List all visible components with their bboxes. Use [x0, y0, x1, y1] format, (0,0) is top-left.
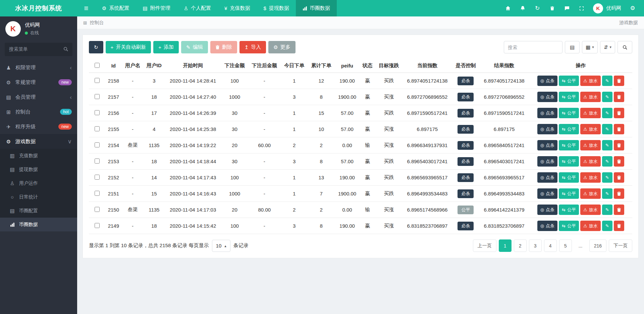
settings-gears-icon[interactable]: ⚙ — [625, 0, 640, 16]
refresh-button[interactable]: ↻ — [89, 41, 103, 53]
row-checkbox[interactable] — [95, 175, 100, 180]
row-checkbox[interactable] — [95, 191, 100, 196]
row-checkbox[interactable] — [95, 110, 100, 115]
edit-row-button[interactable]: ✎ — [602, 221, 612, 231]
edit-row-button[interactable]: ✎ — [602, 140, 612, 150]
water-release-button[interactable]: ⚠放水 — [580, 140, 601, 150]
delete-row-button[interactable] — [614, 124, 624, 134]
select-all-checkbox[interactable] — [95, 63, 100, 68]
page-4-button[interactable]: 4 — [544, 239, 557, 252]
water-release-button[interactable]: ⚠放水 — [580, 172, 601, 183]
row-checkbox[interactable] — [95, 207, 100, 212]
sidebar-item-4[interactable]: ✈程序升级new — [0, 119, 77, 134]
column-header[interactable]: 开始时间 — [165, 59, 221, 73]
kill-button[interactable]: ◎点杀 — [537, 124, 557, 134]
search-button[interactable] — [618, 41, 632, 53]
column-header[interactable]: 用户ID — [143, 59, 165, 73]
column-header[interactable]: 是否控制 — [452, 59, 479, 73]
sidebar-search-input[interactable]: 搜索菜单 — [5, 43, 72, 56]
refresh-icon[interactable]: ↻ — [530, 0, 545, 16]
submenu-item-5[interactable]: 币圈数据 — [0, 218, 77, 231]
edit-row-button[interactable]: ✎ — [602, 76, 612, 86]
edit-row-button[interactable]: ✎ — [602, 205, 612, 215]
bell-icon[interactable] — [515, 0, 530, 16]
edit-row-button[interactable]: ✎ — [602, 156, 612, 167]
water-release-button[interactable]: ⚠放水 — [580, 205, 601, 215]
edit-row-button[interactable]: ✎ — [602, 172, 612, 183]
sidebar-item-2[interactable]: ▤会员管理‹ — [0, 90, 77, 104]
fair-button[interactable]: ⇆公平 — [559, 76, 579, 86]
page-next-button[interactable]: 下一页 — [609, 239, 632, 252]
column-header[interactable]: peifu — [335, 59, 360, 73]
topnav-item-2[interactable]: ♙个人配置 — [177, 0, 218, 16]
fair-button[interactable]: ⇆公平 — [559, 221, 579, 231]
page-5-button[interactable]: 5 — [559, 239, 572, 252]
submenu-item-3[interactable]: ○日常统计 — [0, 190, 77, 204]
fair-button[interactable]: ⇆公平 — [559, 108, 579, 118]
topnav-item-0[interactable]: ⚙系统配置 — [95, 0, 136, 16]
toggle-view-button[interactable]: ▤ — [565, 41, 580, 53]
row-checkbox[interactable] — [95, 78, 100, 83]
submenu-item-1[interactable]: ▤提现数据 — [0, 163, 77, 176]
page-3-button[interactable]: 3 — [529, 239, 542, 252]
column-header[interactable]: 今日下单 — [281, 59, 308, 73]
topnav-item-1[interactable]: ▤附件管理 — [136, 0, 177, 16]
row-checkbox[interactable] — [95, 159, 100, 164]
toggle-auto-refresh-button[interactable]: +开关自动刷新 — [106, 41, 151, 53]
water-release-button[interactable]: ⚠放水 — [580, 92, 601, 102]
submenu-item-0[interactable]: ▥充值数据 — [0, 149, 77, 163]
trash-icon[interactable] — [545, 0, 559, 16]
page-size-select[interactable]: 10 ▴ — [212, 240, 230, 252]
message-icon[interactable] — [559, 0, 574, 16]
column-header[interactable]: Id — [105, 59, 122, 73]
column-header[interactable]: 用户名 — [122, 59, 144, 73]
add-button[interactable]: +添加 — [153, 41, 179, 53]
menu-toggle-button[interactable]: ≡ — [77, 0, 95, 16]
page-1-button[interactable]: 1 — [499, 239, 512, 252]
export-button[interactable]: ⇵▾ — [600, 41, 615, 53]
row-checkbox[interactable] — [95, 126, 100, 131]
columns-visibility-button[interactable]: ▦▾ — [582, 41, 598, 53]
fair-button[interactable]: ⇆公平 — [559, 156, 579, 167]
water-release-button[interactable]: ⚠放水 — [580, 221, 601, 231]
kill-button[interactable]: ◎点杀 — [537, 140, 557, 150]
fair-button[interactable]: ⇆公平 — [559, 140, 579, 150]
kill-button[interactable]: ◎点杀 — [537, 92, 557, 102]
user-menu[interactable]: K 优码网 — [589, 3, 625, 13]
sidebar-item-3[interactable]: ⊞控制台hot — [0, 104, 77, 119]
water-release-button[interactable]: ⚠放水 — [580, 76, 601, 86]
fair-button[interactable]: ⇆公平 — [559, 172, 579, 183]
delete-row-button[interactable] — [614, 188, 624, 199]
edit-button[interactable]: ✎编辑 — [181, 41, 208, 53]
topnav-item-4[interactable]: $提现数据 — [257, 0, 296, 16]
water-release-button[interactable]: ⚠放水 — [580, 188, 601, 199]
breadcrumb-console[interactable]: ⊞ 控制台 — [83, 20, 104, 26]
fair-button[interactable]: ⇆公平 — [559, 92, 579, 102]
row-checkbox[interactable] — [95, 142, 100, 147]
topnav-item-3[interactable]: ¥充值数据 — [218, 0, 257, 16]
column-header[interactable]: 目标涨跌 — [375, 59, 402, 73]
kill-button[interactable]: ◎点杀 — [537, 156, 557, 167]
column-header[interactable]: 状态 — [360, 59, 375, 73]
fullscreen-icon[interactable] — [574, 0, 589, 16]
delete-row-button[interactable] — [614, 108, 624, 118]
sidebar-item-1[interactable]: ⚙常规管理new — [0, 75, 77, 90]
kill-button[interactable]: ◎点杀 — [537, 76, 557, 86]
submenu-item-4[interactable]: ▤币圈配置 — [0, 204, 77, 218]
water-release-button[interactable]: ⚠放水 — [580, 156, 601, 167]
kill-button[interactable]: ◎点杀 — [537, 221, 557, 231]
delete-row-button[interactable] — [614, 221, 624, 231]
page-2-button[interactable]: 2 — [514, 239, 527, 252]
kill-button[interactable]: ◎点杀 — [537, 188, 557, 199]
edit-row-button[interactable]: ✎ — [602, 124, 612, 134]
delete-button[interactable]: 删除 — [210, 41, 237, 53]
sidebar-item-0[interactable]: ♟权限管理‹ — [0, 60, 77, 75]
column-header[interactable]: 累计下单 — [308, 59, 335, 73]
row-checkbox[interactable] — [95, 94, 100, 99]
water-release-button[interactable]: ⚠放水 — [580, 108, 601, 118]
sidebar-item-5[interactable]: ⚙游戏数据∨ — [0, 134, 77, 149]
delete-row-button[interactable] — [614, 76, 624, 86]
home-icon[interactable] — [500, 0, 515, 16]
delete-row-button[interactable] — [614, 92, 624, 102]
edit-row-button[interactable]: ✎ — [602, 188, 612, 199]
